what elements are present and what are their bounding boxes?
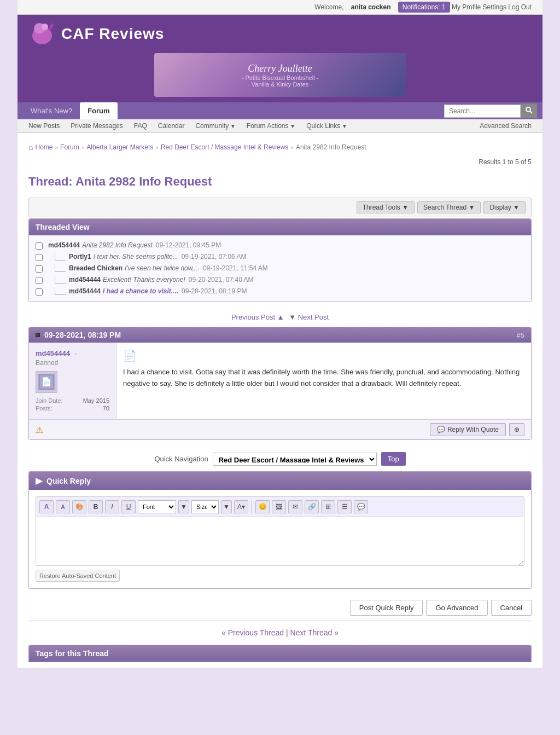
thread-item-preview[interactable]: I've seen her twice now,... [125,264,200,272]
quick-reply-body: A A 🎨 B I U Font ▼ Size ▼ [29,490,531,588]
settings-link[interactable]: Settings [483,3,506,11]
sub-navigation: New Posts Private Messages FAQ Calendar … [18,119,542,133]
thread-item-preview[interactable]: Excellent! Thanks everyone! [103,276,185,283]
home-icon: ⌂ [28,143,33,152]
post-number: #5 [517,331,524,339]
thread-item-preview[interactable]: I text her. She seems polite... [94,253,178,261]
post-navigation: Previous Post ▲ ▼ Next Post [28,308,532,327]
tags-section: Tags for this Thread [28,645,532,662]
previous-post-link[interactable]: Previous Post ▲ [231,313,286,321]
qr-italic-button[interactable]: I [105,500,119,513]
thread-item: Breaded Chicken I've seen her twice now,… [36,263,524,274]
quick-nav-select[interactable]: Red Deer Escort / Massage Intel & Review… [213,453,377,466]
qr-code-button[interactable]: 💬 [354,500,368,513]
thread-item-preview[interactable]: Anita 2982 Info Request [82,241,153,249]
breadcrumb-red-deer[interactable]: Red Deer Escort / Massage Intel & Review… [161,143,288,151]
next-post-link[interactable]: Next Post [298,313,329,321]
quick-nav-label: Quick Navigation [154,455,208,463]
next-thread-link[interactable]: Next Thread » [290,628,339,637]
qr-font-dropdown[interactable]: ▼ [178,500,189,513]
logo-area: CAF Reviews [18,15,542,53]
post-extra-button[interactable]: ⊕ [509,423,524,436]
quick-reply-textarea[interactable] [36,517,524,566]
thread-item-date: 09-28-2021, 08:19 PM [182,287,247,295]
qr-size-dropdown[interactable]: ▼ [221,500,232,513]
qr-color-button[interactable]: A▾ [234,500,248,513]
qr-email-button[interactable]: ✉ [288,500,302,513]
thread-item-checkbox[interactable] [36,288,43,296]
qr-bold-button[interactable]: B [89,500,103,513]
previous-thread-link[interactable]: « Previous Thread [221,628,284,637]
restore-autosave-button[interactable]: Restore Auto-Saved Content [36,570,120,582]
breadcrumb-forum[interactable]: Forum [60,143,79,151]
welcome-label: Welcome, [314,3,343,11]
breadcrumb-home[interactable]: Home [35,143,52,151]
breadcrumb-current: Anita 2982 Info Request [296,143,366,151]
banner-image[interactable]: Cherry Joullette - Petite Bisexual Bombs… [154,53,406,97]
qr-underline-button[interactable]: U [121,500,136,513]
nav-search-area [444,103,537,118]
forum-actions-link[interactable]: Forum Actions [241,119,301,132]
thread-item-checkbox[interactable] [36,254,43,261]
thread-item-preview[interactable]: I had a chance to visit.... [103,287,178,295]
thread-tools-button[interactable]: Thread Tools ▼ [357,201,415,213]
qr-emoji-button[interactable]: 😊 [255,500,270,513]
logout-link[interactable]: Log Out [508,3,532,11]
post-body: md454444 ○ Banned 📄 [29,343,531,419]
breadcrumb-alberta[interactable]: Alberta Larger Markets [86,143,153,151]
thread-item: md454444 Anita 2982 Info Request 09-12-2… [36,240,524,251]
qr-list-button[interactable]: ☰ [337,500,352,513]
breadcrumb: ⌂ Home » Forum » Alberta Larger Markets … [28,138,532,156]
quick-links-link[interactable]: Quick Links [301,119,353,132]
post-author-name[interactable]: md454444 [36,349,70,357]
nav-search-button[interactable] [521,103,537,118]
post-quick-reply-button[interactable]: Post Quick Reply [350,600,423,616]
go-advanced-button[interactable]: Go Advanced [426,600,487,616]
private-messages-link[interactable]: Private Messages [65,119,128,132]
qr-size-select[interactable]: Size [191,500,219,513]
my-profile-link[interactable]: My Profile [452,3,481,11]
thread-title: Thread: Anita 2982 Info Request [28,170,532,198]
search-icon [525,106,533,114]
header-top-bar: Welcome, anita cocken Notifications: 1 M… [18,0,542,15]
reply-with-quote-button[interactable]: 💬 Reply With Quote [430,423,506,436]
thread-item-date: 09-19-2021, 07:06 AM [182,253,247,261]
top-button[interactable]: Top [381,452,406,466]
site-title: CAF Reviews [61,25,164,43]
thread-item-checkbox[interactable] [36,277,43,284]
banner-tagline1: - Petite Bisexual Bombshell - [242,74,319,81]
warn-icon[interactable]: ⚠ [36,425,43,435]
thread-item-date: 09-12-2021, 09:45 PM [156,241,221,249]
faq-link[interactable]: FAQ [129,119,153,132]
quick-reply-header: ▶ Quick Reply [29,472,531,490]
thread-item-checkbox[interactable] [36,265,43,273]
qr-font-select[interactable]: Font [138,500,176,513]
thread-item: md454444 Excellent! Thanks everyone! 09-… [36,274,524,286]
new-posts-link[interactable]: New Posts [23,119,65,132]
search-thread-button[interactable]: Search Thread ▼ [417,201,481,213]
threaded-view-header: Threaded View [29,219,531,235]
posts-label: Posts: [36,405,52,412]
qr-tool-paint[interactable]: 🎨 [72,500,86,513]
qr-tool-fontsize-a[interactable]: A [39,500,54,513]
qr-link-button[interactable]: 🔗 [305,500,319,513]
username-display: anita cocken [351,3,391,11]
results-count: Results 1 to 5 of 5 [28,156,532,170]
qr-table-button[interactable]: ⊞ [321,500,335,513]
community-link[interactable]: Community [190,119,241,132]
qr-tool-fontsize-b[interactable]: A [56,500,70,513]
qr-image-button[interactable]: 🖼 [272,500,286,513]
thread-title-text: Anita 2982 Info Request [75,175,212,188]
post-user-info: Join Date: May 2015 Posts: 70 [36,397,109,412]
whats-new-nav[interactable]: What's New? [23,102,80,119]
nav-search-input[interactable] [444,105,521,118]
forum-nav[interactable]: Forum [80,102,117,119]
cancel-button[interactable]: Cancel [491,600,532,616]
display-button[interactable]: Display ▼ [483,201,526,213]
calendar-link[interactable]: Calendar [153,119,190,132]
quick-reply-toolbar: A A 🎨 B I U Font ▼ Size ▼ [36,496,524,517]
quick-reply-section: ▶ Quick Reply A A 🎨 B I U Font ▼ [28,471,532,589]
advanced-search-link[interactable]: Advanced Search [474,119,537,132]
thread-item-checkbox[interactable] [36,242,43,250]
notifications-button[interactable]: Notifications: 1 [398,2,450,13]
